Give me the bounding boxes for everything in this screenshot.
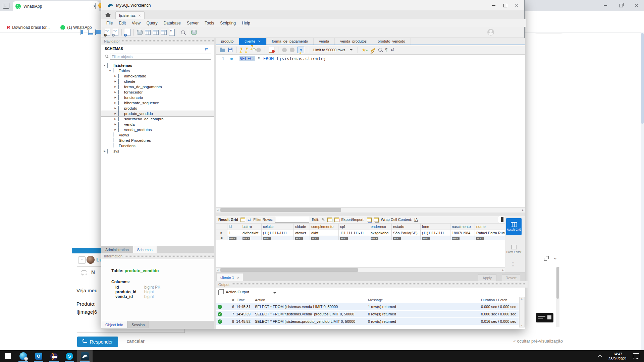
grid-null-cell[interactable]: NULL [450,236,475,240]
tree-item-label[interactable]: fjsistemas [113,63,132,67]
taskbar-clock[interactable]: 14:47 23/04/2021 [608,352,627,361]
sql-editor[interactable]: 1 SELECT * FROM fjsistemas.cliente; [216,55,525,207]
tree-item-tables[interactable]: ▼Tables [101,68,214,73]
tree-expand-icon[interactable]: ▼ [109,70,111,72]
tab-actions-icon[interactable] [3,3,9,9]
tree-item-fornecedor[interactable]: ▶fornecedor [101,89,214,95]
taskbar-mysql-workbench[interactable] [77,350,93,362]
schema-refresh-icon[interactable]: ⇄ [205,47,208,51]
menu-view[interactable]: View [129,21,144,25]
grid-null-cell[interactable]: NULL [475,236,505,240]
browser-restore-button[interactable] [613,0,629,11]
bookmark-item[interactable]: (1) WhatsApp [60,25,92,30]
expand-preview-icon[interactable] [544,256,549,261]
query-tab-close-icon[interactable]: ✕ [258,40,261,43]
save-snippet-icon[interactable]: ★+ [362,48,368,52]
grid-data-row[interactable]: ▶1dkfhdskhf(11)11111-1111ofowerdkhf111.1… [216,230,505,236]
toggle-stop-on-error-icon[interactable] [269,47,274,53]
tree-expand-icon[interactable]: ▶ [114,107,117,110]
panel-bottom-toggle-icon[interactable] [88,29,89,35]
output-row-action[interactable]: SELECT * FROM fjsistemas.venda_produtos … [255,312,366,316]
tree-item-fjsistemas[interactable]: ▼fjsistemas [101,63,214,68]
new-sql-editor-icon[interactable]: SQL+ [105,29,110,36]
tree-expand-icon[interactable]: ▶ [114,85,117,88]
grid-cell[interactable]: Rafael Parra Rust [475,230,505,236]
browser-minimize-button[interactable] [598,0,613,11]
grid-column-header-id[interactable]: id [227,224,241,230]
output-row[interactable]: ✓814:45:52SELECT * FROM fjsistemas.produ… [216,318,519,325]
tree-expand-icon[interactable]: ▶ [114,96,117,99]
bookmark-label[interactable]: Download brasil tor... [12,25,50,30]
tree-item-label[interactable]: hibernate_sequence [124,101,159,105]
grid-column-header-bairro[interactable]: bairro [241,224,262,230]
tree-item-cliente[interactable]: ▶cliente [101,79,214,84]
tree-expand-icon[interactable]: ▼ [103,64,106,67]
grid-column-header-fone[interactable]: fone [421,224,450,230]
tree-item-label[interactable]: almoxarifado [124,74,146,78]
menu-help[interactable]: Help [239,21,253,25]
action-output-selector[interactable]: Action Output [226,290,249,294]
tab-administration[interactable]: Administration [101,246,133,253]
grid-null-cell[interactable]: NULL [227,236,241,240]
tree-item-views[interactable]: Views [101,132,214,138]
tree-expand-icon[interactable]: ▶ [114,112,117,115]
menu-edit[interactable]: Edit [116,21,129,25]
query-tab-forma_de_pagamento[interactable]: forma_de_pagamento [267,38,314,45]
taskbar-outlook[interactable]: O [31,350,46,362]
tree-item-label[interactable]: venda [124,122,135,126]
create-function-icon[interactable]: f() [169,29,175,36]
grid-null-cell[interactable]: NULL [421,236,450,240]
query-tab-venda[interactable]: venda [314,38,335,45]
tree-item-functions[interactable]: Functions [101,143,214,148]
add-row-icon[interactable] [327,218,332,222]
refresh-grid-icon[interactable]: ⇄ [248,218,251,222]
save-script-icon[interactable] [228,48,232,52]
tree-item-produto_vendido[interactable]: ▶produto_vendido [101,111,214,116]
tree-item-stored-procedures[interactable]: Stored Procedures [101,138,214,143]
browser-close-button[interactable] [629,0,644,11]
grid-column-header-cpf[interactable]: cpf [339,224,369,230]
import-records-icon[interactable] [374,218,379,222]
account-icon[interactable] [487,29,494,36]
page-scrollbar[interactable] [641,33,644,350]
quote-icon[interactable] [81,270,87,275]
browser-tab-whatsapp[interactable]: WhatsApp ✕ [13,1,99,11]
menu-scripting[interactable]: Scripting [217,21,239,25]
result-grid-side-tab[interactable]: Result Grid [506,218,522,235]
panel-right-toggle-icon[interactable] [95,29,96,35]
tree-item-label[interactable]: produto [124,106,137,110]
open-sql-file-icon[interactable]: SQL▾ [113,29,118,36]
grid-null-cell[interactable]: NULL [339,236,369,240]
show-invisibles-icon[interactable]: ¶ [385,47,387,52]
forum-avatar[interactable] [87,256,95,264]
tree-expand-icon[interactable]: ▶ [114,102,117,104]
output-row[interactable]: ✓714:45:39SELECT * FROM fjsistemas.venda… [216,311,519,317]
wb-minimize-button[interactable] [488,1,499,10]
grid-null-cell[interactable]: NULL [310,236,339,240]
start-button[interactable] [0,350,15,362]
tree-item-label[interactable]: Stored Procedures [119,138,151,142]
grid-column-header-nome[interactable]: nome [475,224,505,230]
wrap-text-icon[interactable]: ⏎ [390,48,394,52]
tree-expand-icon[interactable]: ▶ [103,150,106,153]
tree-expand-icon[interactable]: ▶ [114,128,117,131]
query-tab-cliente[interactable]: cliente✕ [239,38,266,45]
bold-button[interactable]: N [91,269,95,275]
menu-file[interactable]: File [103,21,116,25]
tree-item-label[interactable]: fornecedor [124,90,143,94]
editor-hscrollbar[interactable]: ◂▸ [216,207,525,213]
limit-rows-dropdown[interactable]: Limit to 50000 rows [312,48,354,52]
grid-cell[interactable]: 18/07/1984 [450,230,475,236]
composer-collapse-button[interactable]: ⌃ [78,256,86,264]
grid-cell[interactable]: 1 [227,230,241,236]
tree-item-hibernate_sequence[interactable]: ▶hibernate_sequence [101,100,214,106]
grid-insert-row[interactable]: ✱NULLNULLNULLNULLNULLNULLNULLNULLNULLNUL… [216,236,505,240]
tree-item-venda_produtos[interactable]: ▶venda_produtos [101,127,214,132]
tab-close-icon[interactable]: ✕ [93,4,97,9]
bookmark-label[interactable]: (1) WhatsApp [67,25,92,30]
grid-cell[interactable]: ofower [294,230,310,236]
tree-item-label[interactable]: venda_produtos [124,128,152,132]
create-schema-icon[interactable] [137,30,143,35]
grid-cell[interactable]: São Paulo(SP) [392,230,421,236]
tab-session[interactable]: Session [127,321,149,328]
